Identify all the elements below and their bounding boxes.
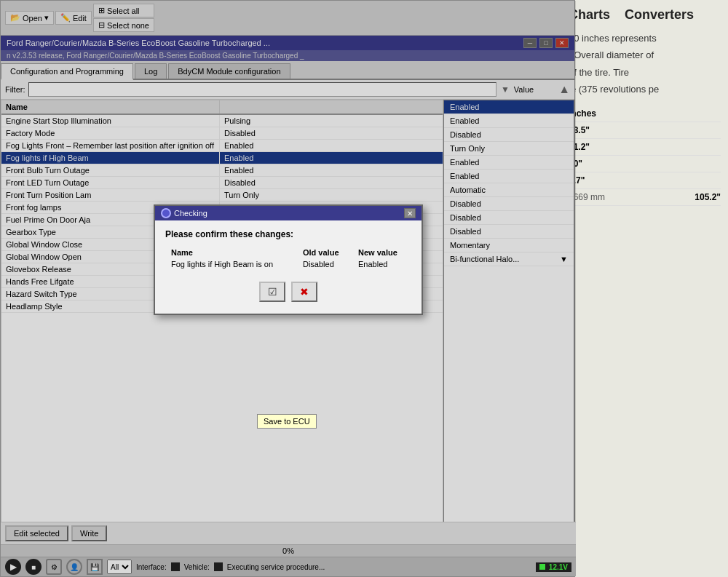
dialog-title-left: Checking [161,208,207,218]
dialog-close-button[interactable]: ✕ [404,208,416,218]
converters-label: Converters [625,7,694,23]
right-panel-row-mm: 2669 mm 105.2" [569,189,721,206]
confirm-button[interactable]: ☑ [259,282,285,302]
dialog-table-row: Fog lights if High Beam is on Disabled E… [165,258,411,270]
cross-icon: ✖ [300,286,309,298]
dialog-title-text: Checking [174,209,207,218]
right-panel-row-inches: Inches [569,106,721,122]
dialog-table: Name Old value New value Fog lights if H… [165,247,411,270]
right-panel-row-6: 6.7" [569,172,721,189]
right-panel-row-33: 33.5" [569,122,721,139]
right-panel: Charts Converters 20 inches represents .… [561,0,728,577]
dialog-row-old: Disabled [297,258,352,270]
dialog-col-name: Name [165,247,297,258]
dialog-buttons: ☑ ✖ [165,277,411,308]
dialog-titlebar: Checking ✕ [155,206,422,220]
right-panel-row-20: 20" [569,156,721,172]
dialog-content: Please confirm these changes: Name Old v… [155,220,422,314]
right-panel-header: Charts Converters [569,7,721,23]
confirm-text: Please confirm these changes: [165,229,411,239]
dialog-icon [161,208,171,218]
dialog-cancel-button[interactable]: ✖ [291,282,317,302]
dialog-col-new: New value [352,247,411,258]
checkmark-icon: ☑ [268,286,277,298]
right-panel-row-11: 11.2" [569,139,721,156]
dialog-row-name: Fog lights if High Beam is on [165,258,297,270]
confirm-dialog: Checking ✕ Please confirm these changes:… [154,204,423,315]
dialog-row-new: Enabled [352,258,411,270]
dialog-col-old: Old value [297,247,352,258]
main-window: 📂 Open ▾ ✏️ Edit ⊞ Select all ⊟ Select n… [0,0,575,577]
right-panel-text: 20 inches represents . Overall diameter … [569,30,721,98]
save-to-ecu-tooltip: Save to ECU [257,414,317,429]
val-105: 105.2" [695,192,721,202]
